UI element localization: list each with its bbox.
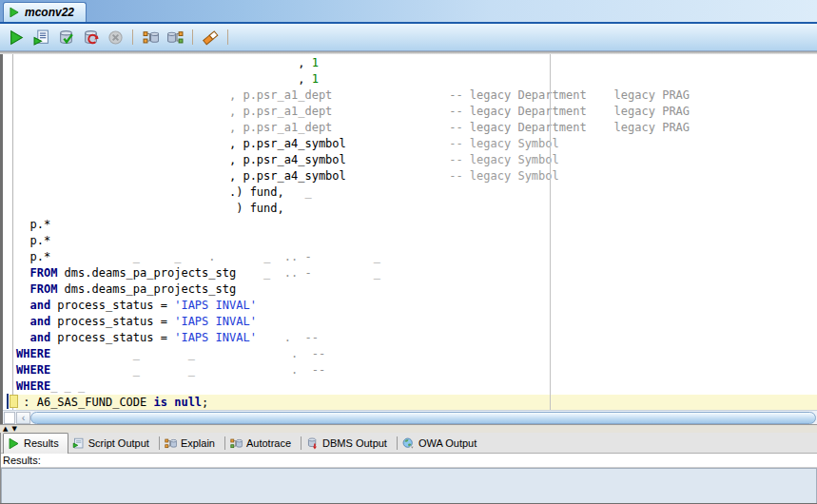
toolbar-separator [227,29,228,45]
code-line: WHERE _ _ . -- [16,362,817,378]
horizontal-scrollbar[interactable]: ‹ [3,410,817,424]
code-line: p.* [16,233,817,249]
query-builder-button[interactable] [139,26,162,48]
tab-separator [224,436,225,450]
autotrace-icon [230,437,243,450]
collapse-down-icon[interactable]: ▼ [11,426,16,433]
run-button[interactable] [5,26,28,48]
output-pane: ResultsScript OutputExplainAutotraceDBMS… [0,433,817,503]
script-output-icon [72,437,85,450]
run-icon [9,7,20,18]
clear-button[interactable] [199,26,222,48]
dbms-output-icon [306,437,319,450]
code-line-current: : A6_SAS_FUND_CODE is null; [16,395,817,410]
tab-label: DBMS Output [322,437,387,449]
code-line: .) fund, _ [16,184,817,201]
tab-separator [159,436,160,450]
code-line: WHERE_ _ _ [16,378,817,395]
code-line: ) fund, [16,201,817,217]
code-area: , 1 , 1 , p.psr_a1_dept -- legacy Depart… [16,55,817,410]
clear-icon [203,29,219,46]
scrollbar-thumb[interactable] [30,412,816,424]
query-builder-icon [143,29,159,46]
tab-dbms-output[interactable]: DBMS Output [302,435,396,453]
code-line: and process_status = 'IAPS INVAL' [16,298,817,314]
code-line: WHERE _ _ . -- [16,346,817,362]
tab-label: Script Output [88,437,149,449]
code-line: FROM dms.deams_pa_projects_stg _ .. - _ [16,265,817,281]
tab-label: Explain [181,437,215,449]
scroll-left-icon: ‹ [22,413,26,423]
text-caret [7,394,9,409]
right-margin-guide [550,54,551,410]
gutter [12,54,13,410]
worksheet-toolbar [0,24,817,51]
scroll-left-button[interactable]: ‹ [16,412,30,424]
document-tab-mconv22[interactable]: mconv22 [3,2,87,22]
collapse-up-icon[interactable]: ▲ [3,426,8,433]
splitter-handle[interactable]: ▲ ▼ [0,424,817,433]
results-icon [8,437,20,450]
run-icon [9,29,25,46]
tab-separator [397,436,398,450]
results-label: Results: [1,454,817,468]
document-tab-bar: mconv22 [0,0,817,24]
code-line: and process_status = 'IAPS INVAL' [16,314,817,330]
code-line: p.* [16,217,817,233]
sql-worksheet-window: mconv22 , 1 , 1 , p.psr_a1_dept [0,0,817,504]
commit-icon [58,29,74,46]
toolbar-separator [132,29,133,45]
code-line: p.* _ _ . _ .. - _ [16,249,817,265]
code-line: , p.psr_a4_symbol -- legacy Symbol [16,136,817,152]
current-line-marker [10,395,18,408]
code-line: , 1 [16,71,817,87]
code-line: , p.psr_a1_dept -- legacy Department leg… [16,104,817,120]
tab-script-output[interactable]: Script Output [68,435,158,453]
code-line: FROM dms.deams_pa_projects_stg [16,281,817,298]
toolbar-separator [192,29,193,45]
document-tab-label: mconv22 [25,6,74,19]
code-line: , p.psr_a4_symbol -- legacy Symbol [16,168,817,184]
explain-icon [165,437,177,450]
run-script-icon [33,29,49,46]
tab-owa-output[interactable]: OWA Output [399,435,485,453]
explain-plan-icon [167,29,184,46]
run-script-button[interactable] [29,26,52,48]
code-line: , p.psr_a1_dept -- legacy Department leg… [16,87,817,104]
results-panel [1,468,817,503]
scrollbar-corner [4,412,15,424]
code-line: and process_status = 'IAPS INVAL' . -- [16,330,817,346]
tab-explain[interactable]: Explain [161,435,224,453]
tab-results[interactable]: Results [3,433,68,454]
tab-label: Results [24,437,59,449]
code-line: , p.psr_a4_symbol -- legacy Symbol [16,152,817,168]
tab-separator [301,436,302,450]
code-line: , p.psr_a1_dept -- legacy Department leg… [16,120,817,136]
cancel-button[interactable] [104,26,126,48]
editor-area: , 1 , 1 , p.psr_a1_dept -- legacy Depart… [0,54,817,424]
commit-button[interactable] [54,26,77,48]
rollback-button[interactable] [79,26,102,48]
code-line: , 1 [16,55,817,71]
tab-label: OWA Output [418,437,477,449]
sql-editor[interactable]: , 1 , 1 , p.psr_a1_dept -- legacy Depart… [3,54,817,410]
output-tab-bar: ResultsScript OutputExplainAutotraceDBMS… [1,433,817,454]
cancel-icon [107,29,124,46]
rollback-icon [83,29,99,46]
owa-output-icon [402,437,415,450]
tab-label: Autotrace [246,437,291,449]
tab-autotrace[interactable]: Autotrace [226,435,300,453]
explain-plan-button[interactable] [164,26,186,48]
